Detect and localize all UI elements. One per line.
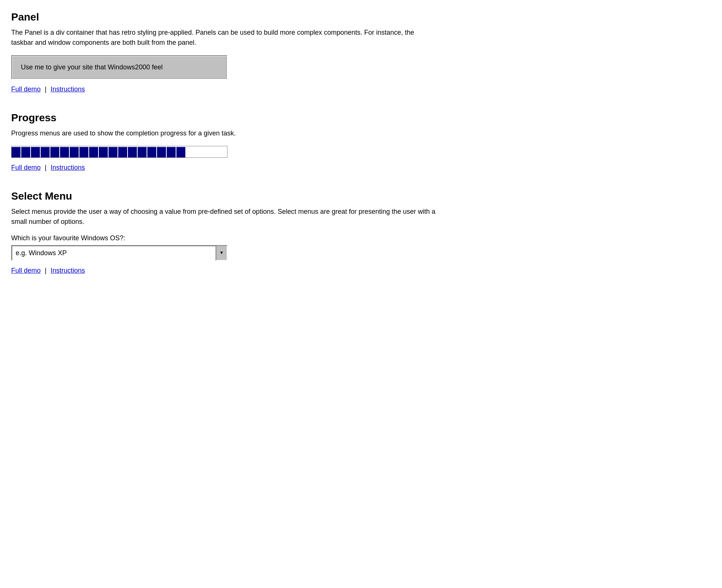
progress-segment: [109, 147, 117, 157]
progress-segment: [128, 147, 137, 157]
select-section: Select Menu Select menus provide the use…: [11, 190, 436, 275]
select-title: Select Menu: [11, 190, 436, 202]
progress-segment: [31, 147, 40, 157]
panel-instructions-link[interactable]: Instructions: [51, 85, 85, 93]
progress-segment: [12, 147, 21, 157]
progress-segment: [167, 147, 176, 157]
progress-segment: [138, 147, 147, 157]
progress-segment: [79, 147, 88, 157]
progress-instructions-link[interactable]: Instructions: [51, 164, 85, 171]
select-input[interactable]: e.g. Windows XPWindows 95Windows 98Windo…: [11, 245, 227, 261]
panel-links: Full demo | Instructions: [11, 85, 436, 93]
select-separator: |: [45, 267, 47, 274]
progress-bar-container: [11, 146, 227, 158]
progress-segment: [147, 147, 156, 157]
select-links: Full demo | Instructions: [11, 267, 436, 275]
progress-segment: [118, 147, 127, 157]
progress-title: Progress: [11, 112, 436, 124]
progress-segment: [21, 147, 30, 157]
select-full-demo-link[interactable]: Full demo: [11, 267, 41, 274]
select-description: Select menus provide the user a way of c…: [11, 207, 436, 227]
progress-segment: [157, 147, 166, 157]
panel-full-demo-link[interactable]: Full demo: [11, 85, 41, 93]
progress-section: Progress Progress menus are used to show…: [11, 112, 436, 172]
progress-separator: |: [45, 164, 47, 171]
panel-demo: Use me to give your site that Windows200…: [11, 55, 227, 79]
select-label: Which is your favourite Windows OS?:: [11, 234, 436, 242]
progress-segment: [89, 147, 98, 157]
panel-section: Panel The Panel is a div container that …: [11, 11, 436, 93]
select-instructions-link[interactable]: Instructions: [51, 267, 85, 274]
progress-segment: [70, 147, 79, 157]
panel-separator: |: [45, 85, 47, 93]
panel-demo-text: Use me to give your site that Windows200…: [21, 63, 163, 71]
progress-segment: [176, 147, 185, 157]
progress-bar: [12, 146, 227, 157]
panel-title: Panel: [11, 11, 436, 23]
progress-description: Progress menus are used to show the comp…: [11, 128, 436, 138]
progress-segment: [50, 147, 59, 157]
progress-segment: [60, 147, 69, 157]
progress-segment: [41, 147, 50, 157]
progress-links: Full demo | Instructions: [11, 164, 436, 172]
select-wrapper: e.g. Windows XPWindows 95Windows 98Windo…: [11, 245, 227, 261]
panel-description: The Panel is a div container that has re…: [11, 28, 436, 48]
progress-full-demo-link[interactable]: Full demo: [11, 164, 41, 171]
progress-segment: [99, 147, 108, 157]
